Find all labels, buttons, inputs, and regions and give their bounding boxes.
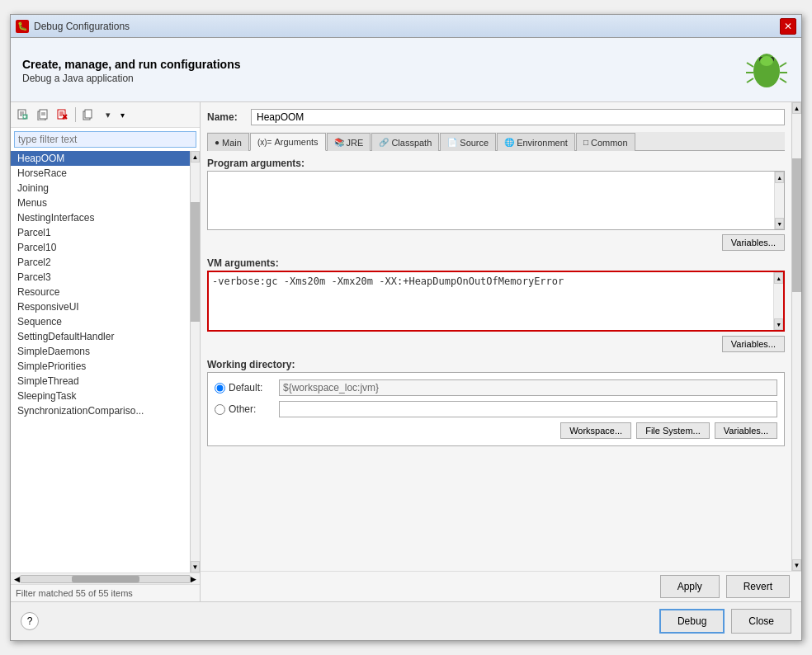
close-button[interactable]: Close <box>731 609 791 634</box>
default-radio[interactable] <box>215 383 225 393</box>
scroll-track <box>191 163 200 561</box>
wd-variables-button[interactable]: Variables... <box>715 422 777 439</box>
tab-main[interactable]: ● Main <box>207 133 249 151</box>
dropdown-arrow[interactable]: ▾ <box>119 109 126 121</box>
new-config-button[interactable] <box>14 106 32 124</box>
tab-jre[interactable]: 📚 JRE <box>327 133 371 151</box>
working-dir-section: Working directory: Default: <box>207 359 785 446</box>
toolbar-sep <box>75 107 76 122</box>
scroll-thumb <box>191 202 200 322</box>
h-scroll-left[interactable]: ◀ <box>14 575 20 583</box>
right-scroll-down[interactable]: ▼ <box>792 559 801 571</box>
list-item[interactable]: SynchronizationCompariso... <box>11 403 190 418</box>
jre-tab-icon: 📚 <box>334 138 344 147</box>
default-dir-row: Default: <box>215 379 777 396</box>
header-text: Create, manage, and run configurations D… <box>22 58 241 84</box>
list-item[interactable]: SimpleThread <box>11 374 190 389</box>
default-dir-input[interactable] <box>279 379 777 396</box>
left-scrollbar[interactable]: ▲ ▼ <box>190 151 200 573</box>
vm-args-variables-button[interactable]: Variables... <box>722 336 785 352</box>
program-args-container: ▲ ▼ <box>207 171 785 230</box>
list-item[interactable]: SleepingTask <box>11 389 190 403</box>
scroll-down-arrow[interactable]: ▼ <box>191 561 200 573</box>
revert-button[interactable]: Revert <box>726 575 790 598</box>
apply-button[interactable]: Apply <box>660 575 720 598</box>
list-item[interactable]: NestingInterfaces <box>11 210 190 225</box>
main-tab-icon: ● <box>215 138 220 147</box>
prog-scroll-track <box>775 183 784 218</box>
filesystem-button[interactable]: File System... <box>636 422 710 439</box>
duplicate-config-button[interactable] <box>79 106 97 124</box>
close-window-button[interactable]: ✕ <box>780 18 796 35</box>
title-bar: 🐛 Debug Configurations ✕ <box>11 15 801 38</box>
list-item[interactable]: Menus <box>11 196 190 210</box>
h-scroll-right[interactable]: ▶ <box>191 575 196 583</box>
list-item[interactable]: HeapOOM <box>11 151 190 166</box>
tab-source-label: Source <box>460 138 489 148</box>
tab-jre-label: JRE <box>347 138 364 148</box>
vm-scroll-up[interactable]: ▲ <box>774 272 783 284</box>
list-item[interactable]: Parcel2 <box>11 255 190 270</box>
list-item[interactable]: Parcel10 <box>11 240 190 255</box>
list-item[interactable]: SimplePriorities <box>11 359 190 374</box>
working-dir-box: Default: Other: <box>207 372 785 446</box>
prog-scroll-down[interactable]: ▼ <box>775 218 784 229</box>
workspace-button[interactable]: Workspace... <box>560 422 631 439</box>
debug-button[interactable]: Debug <box>659 609 725 634</box>
list-item[interactable]: ResponsiveUI <box>11 299 190 314</box>
right-scrollbar[interactable]: ▲ ▼ <box>791 102 801 571</box>
other-radio[interactable] <box>215 404 225 415</box>
tab-environment[interactable]: 🌐 Environment <box>497 133 575 151</box>
name-input[interactable] <box>251 109 785 125</box>
tab-arguments[interactable]: (x)= Arguments <box>250 133 326 151</box>
program-args-variables-button[interactable]: Variables... <box>722 234 785 251</box>
other-dir-row: Other: <box>215 401 777 417</box>
left-panel: ▾ ▾ HeapOOMHorseRaceJoiningMenusNestingI… <box>11 102 201 601</box>
list-item[interactable]: SimpleDaemons <box>11 344 190 359</box>
name-row: Name: <box>207 109 785 125</box>
collapse-button[interactable]: ▾ <box>99 106 117 124</box>
vm-scroll-down[interactable]: ▼ <box>774 318 783 330</box>
vm-args-section: VM arguments: ▲ ▼ Variables... <box>207 257 785 352</box>
program-args-input[interactable] <box>208 172 774 229</box>
config-list: HeapOOMHorseRaceJoiningMenusNestingInter… <box>11 151 190 573</box>
source-tab-icon: 📄 <box>447 138 457 147</box>
list-item[interactable]: Sequence <box>11 314 190 329</box>
help-button[interactable]: ? <box>21 612 39 630</box>
debug-configurations-dialog: 🐛 Debug Configurations ✕ Create, manage,… <box>10 14 802 641</box>
tab-source[interactable]: 📄 Source <box>440 133 496 151</box>
list-item[interactable]: HorseRace <box>11 166 190 181</box>
tab-classpath[interactable]: 🔗 Classpath <box>371 133 439 151</box>
list-item[interactable]: Parcel1 <box>11 225 190 240</box>
tab-common[interactable]: □ Common <box>576 133 635 151</box>
other-radio-label: Other: <box>215 403 272 415</box>
dialog-title: Debug Configurations <box>34 21 130 32</box>
vm-args-input[interactable] <box>209 272 773 330</box>
filter-input[interactable] <box>14 131 196 148</box>
vm-args-vars-row: Variables... <box>207 334 785 352</box>
list-item[interactable]: Joining <box>11 181 190 196</box>
tab-classpath-label: Classpath <box>391 138 432 148</box>
vm-args-label: VM arguments: <box>207 257 785 269</box>
vm-args-container: ▲ ▼ <box>207 271 785 332</box>
program-args-label: Program arguments: <box>207 158 785 169</box>
list-item[interactable]: SettingDefaultHandler <box>11 329 190 344</box>
prog-scroll-up[interactable]: ▲ <box>775 172 784 183</box>
scroll-up-arrow[interactable]: ▲ <box>191 151 200 163</box>
vm-args-scrollbar[interactable]: ▲ ▼ <box>773 272 783 330</box>
h-scroll-bar[interactable] <box>20 575 191 583</box>
svg-line-4 <box>747 63 753 67</box>
list-item[interactable]: Parcel3 <box>11 270 190 285</box>
tabs: ● Main (x)= Arguments 📚 JRE 🔗 <box>207 132 785 151</box>
vm-scroll-track <box>774 284 783 318</box>
list-item[interactable]: Resource <box>11 285 190 299</box>
horizontal-scroll[interactable]: ◀ ▶ <box>11 573 200 584</box>
other-dir-input[interactable] <box>279 401 777 417</box>
right-scroll-up[interactable]: ▲ <box>792 102 801 114</box>
copy-config-button[interactable] <box>34 106 52 124</box>
tab-environment-label: Environment <box>517 138 568 148</box>
debug-icon: 🐛 <box>16 20 29 33</box>
delete-config-button[interactable] <box>54 106 72 124</box>
common-tab-icon: □ <box>583 138 588 147</box>
program-args-scrollbar[interactable]: ▲ ▼ <box>774 172 784 229</box>
